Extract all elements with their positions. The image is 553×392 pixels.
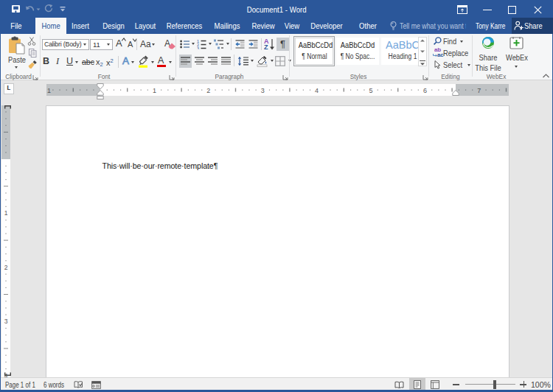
svg-text:3: 3 (261, 87, 265, 94)
svg-text:2: 2 (4, 264, 8, 271)
svg-text:7: 7 (477, 87, 481, 94)
svg-text:1: 1 (4, 209, 8, 217)
svg-text:3: 3 (4, 318, 8, 325)
svg-text:5: 5 (369, 87, 372, 94)
svg-text:6: 6 (423, 87, 427, 94)
svg-text:3: 3 (197, 46, 199, 50)
svg-text:1: 1 (47, 87, 51, 94)
svg-text:4: 4 (315, 87, 319, 94)
svg-text:2: 2 (206, 87, 210, 94)
svg-text:1: 1 (153, 87, 156, 94)
